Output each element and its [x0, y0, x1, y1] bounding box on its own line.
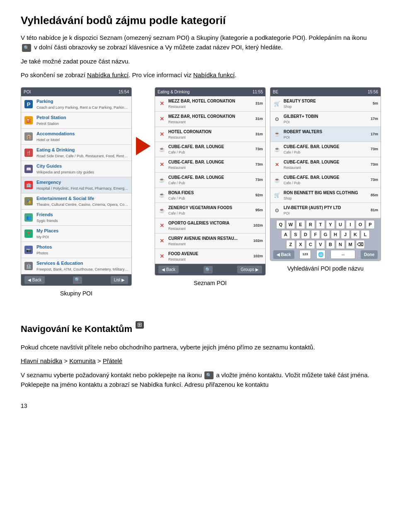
key-K[interactable]: K [351, 230, 360, 239]
key-I[interactable]: I [346, 220, 355, 229]
list-item[interactable]: 🛒 BEAUTY STORE Shop 5m [270, 96, 381, 112]
screen1-body: P Parking Coach and Lorry Parking, Rent … [21, 96, 131, 274]
key-D[interactable]: D [301, 230, 310, 239]
keyboard-row2: A S D F G H J K L [272, 230, 379, 239]
eating-icon: 🍴 [24, 148, 34, 158]
key-M[interactable]: M [346, 240, 355, 249]
x-icon: ✕ [158, 237, 166, 245]
svg-text:📖: 📖 [26, 166, 32, 172]
list-item[interactable]: 📷 Photos Photos [21, 242, 131, 258]
kb-done-button[interactable]: Done [361, 250, 378, 259]
key-Q[interactable]: Q [276, 220, 285, 229]
key-globe[interactable]: 🌐 [316, 250, 325, 259]
key-P[interactable]: P [366, 220, 375, 229]
search-footer-icon-s2[interactable]: 🔍 [204, 266, 213, 273]
list-item[interactable]: ✕ HOTEL CORONATION Restaurant 31m [155, 127, 265, 142]
shop-icon: 🛒 [273, 100, 281, 108]
key-F[interactable]: F [311, 230, 320, 239]
list-item[interactable]: 🛒 RON BENNETT BIG MENS CLOTHING Shop 85m [270, 188, 381, 203]
key-V[interactable]: V [316, 240, 325, 249]
arrow-right [136, 87, 150, 155]
list-item[interactable]: 🏨 Accommodations Hotel or Motel [21, 129, 131, 145]
key-123[interactable]: 123 [299, 250, 311, 259]
list-item[interactable]: ✕ OPORTO GALERIES VICTORIA Restaurant 10… [155, 218, 265, 234]
key-G[interactable]: G [321, 230, 330, 239]
key-backspace[interactable]: ⌫ [356, 240, 365, 249]
screen3-caption: Vyhledávání POI podle názvu [287, 264, 364, 273]
key-Y[interactable]: Y [326, 220, 335, 229]
petrol-icon: ⛽ [24, 115, 34, 125]
intro-p1: V této nabídce je k dispozici Seznam (om… [21, 33, 377, 52]
key-L[interactable]: L [361, 230, 370, 239]
intro-p2: Je také možné zadat pouze část názvu. [21, 56, 377, 66]
keyboard-row1: Q W E R T Y U I O P [272, 220, 379, 229]
list-item[interactable]: ☕ ZENERGY VEGETARIAN FOODS Cafe / Pub 95… [155, 203, 265, 218]
svg-text:🏦: 🏦 [26, 264, 32, 269]
x-icon: ✕ [158, 130, 166, 138]
kb-back-button[interactable]: ◀ Back [273, 250, 294, 259]
key-Z[interactable]: Z [286, 240, 295, 249]
key-B[interactable]: B [326, 240, 335, 249]
back-button-s2[interactable]: ◀ Back [158, 266, 179, 273]
page-number: 13 [21, 402, 377, 411]
key-S[interactable]: S [291, 230, 300, 239]
screen1-header-right: 15:54 [119, 89, 129, 95]
screen3-header: BE 15:56 [270, 88, 381, 96]
x-icon: ✕ [158, 100, 166, 108]
svg-text:P: P [27, 101, 31, 107]
list-button[interactable]: List ▶ [111, 276, 128, 284]
search-footer-icon[interactable]: 🔍 [73, 276, 82, 284]
screen3-wrap: BE 15:56 🛒 BEAUTY STORE Shop 5m ⊙ GILBER [270, 87, 381, 273]
emergency-icon: 🏥 [24, 180, 34, 190]
key-W[interactable]: W [286, 220, 295, 229]
list-item[interactable]: ✕ FOOD AVENUE Restaurant 102m [155, 249, 265, 264]
list-item[interactable]: 🏦 Services & Education Freepost, Bank, A… [21, 258, 131, 274]
groups-button[interactable]: Groups ▶ [237, 266, 262, 273]
list-item[interactable]: 📍 My Places My POI [21, 226, 131, 242]
screen2-header: Eating & Drinking 11:55 [155, 88, 265, 96]
back-button[interactable]: ◀ Back [24, 276, 45, 284]
key-R[interactable]: R [306, 220, 315, 229]
list-item[interactable]: 👥 Friends Sygic friends [21, 210, 131, 226]
svg-text:👥: 👥 [26, 215, 32, 220]
list-item[interactable]: ☕ CUBE-CAFE. BAR. LOUNGE Cafe / Pub 73m [155, 142, 265, 157]
list-item[interactable]: 🍴 Eating & Drinking Road Side Diner, Caf… [21, 145, 131, 161]
key-X[interactable]: X [296, 240, 305, 249]
list-item[interactable]: ✕ MEZZ BAR, HOTEL CORONATION Restaurant … [155, 96, 265, 112]
list-item[interactable]: 📖 City Guides Wikipedia and premium city… [21, 161, 131, 177]
key-C[interactable]: C [306, 240, 315, 249]
accommodation-icon: 🏨 [24, 132, 34, 142]
list-item[interactable]: ⊙ GILBERT+ TOBIN POI 17m [270, 112, 381, 127]
list-item[interactable]: ☕ BONA FIDES Cafe / Pub 92m [155, 188, 265, 203]
key-U[interactable]: U [336, 220, 345, 229]
list-item[interactable]: ✕ CUBE-CAFE. BAR. LOUNGE Restaurant 73m [155, 157, 265, 173]
key-O[interactable]: O [356, 220, 365, 229]
contacts-icon: ⊞ [136, 321, 144, 329]
list-item[interactable]: P Parking Coach and Lorry Parking, Rent … [21, 96, 131, 112]
key-A[interactable]: A [281, 230, 290, 239]
list-item[interactable]: ⊙ LIV-BETTER (AUST) PTY LTD POI 81m [270, 203, 381, 218]
list-item[interactable]: ☕ ROBERT WALTERS POI 17m [270, 127, 381, 142]
list-item[interactable]: ✕ CURRY AVENUE INDIAN RESTAU... Restaura… [155, 234, 265, 249]
list-item[interactable]: ⛽ Petrol Station Petrol Station [21, 112, 131, 129]
list-item[interactable]: ☕ CUBE-CAFE. BAR. LOUNGE Cafe / Pub 73m [270, 142, 381, 157]
list-item[interactable]: ☕ CUBE-CAFE. BAR. LOUNGE Cafe / Pub 73m [270, 173, 381, 188]
screen3: BE 15:56 🛒 BEAUTY STORE Shop 5m ⊙ GILBER [270, 87, 381, 261]
screen2-header-right: 11:55 [252, 89, 263, 95]
key-J[interactable]: J [341, 230, 350, 239]
key-space[interactable]: ... [330, 250, 355, 259]
key-T[interactable]: T [316, 220, 325, 229]
key-N[interactable]: N [336, 240, 345, 249]
list-item[interactable]: ✕ CUBE-CAFE. BAR. LOUNGE Restaurant 73m [270, 157, 381, 173]
screen1-caption: Skupiny POI [60, 289, 92, 298]
svg-text:🍴: 🍴 [26, 150, 32, 156]
key-H[interactable]: H [331, 230, 340, 239]
key-E[interactable]: E [296, 220, 305, 229]
list-item[interactable]: 🏥 Emergency Hospital / Polyclinic, First… [21, 177, 131, 193]
section2-p3: V seznamu vyberte požadovaný kontakt neb… [21, 370, 377, 390]
list-item[interactable]: 🎭 Entertainment & Social life Theatre, C… [21, 193, 131, 210]
list-item[interactable]: ✕ MEZZ BAR, HOTEL CORONATION Restaurant … [155, 112, 265, 127]
coffee-icon-s3: ☕ [273, 130, 281, 138]
list-item[interactable]: ☕ CUBE-CAFE. BAR. LOUNGE Cafe / Pub 73m [155, 173, 265, 188]
section2-p2: Hlavní nabídka > Komunita > Přátelé [21, 356, 377, 366]
